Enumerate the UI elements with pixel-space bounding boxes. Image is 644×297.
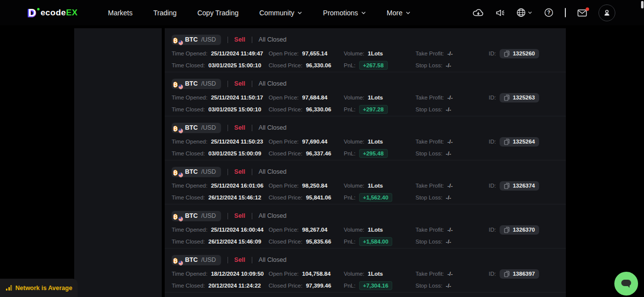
volume-cell: Volume: 1Lots [344,226,415,234]
copy-id-button[interactable]: 1325260 [500,49,540,58]
trade-status: All Closed [259,80,286,87]
scrollbar-thumb[interactable] [641,1,644,8]
header-separator [252,37,252,43]
time-closed-value: 26/12/2024 15:46:09 [208,239,261,245]
time-opened-cell: Time Opened: 25/11/2024 11:50:23 [172,138,269,146]
copy-id-button[interactable]: 1326370 [500,225,540,235]
header-separator [252,257,252,263]
symbol-badge[interactable]: ₿ BTC/USD [172,211,221,221]
brand-logo[interactable]: D ecode EX [28,7,78,18]
nav-item-label: Copy Trading [197,9,238,17]
empty-cell [489,105,566,113]
symbol-badge[interactable]: ₿ BTC/USD [172,79,221,89]
closed-price-cell: Closed Price: 97,399.46 [269,282,344,290]
open-price-cell: Open Price: 97,655.14 [269,50,344,57]
network-status: Network is Average [0,279,78,297]
mail-icon[interactable] [577,9,587,17]
time-closed-value: 03/01/2025 15:00:09 [208,150,261,156]
header-separator [228,169,228,175]
empty-cell [489,61,566,69]
field-label: Stop Loss: [415,106,442,112]
pnl-value-badge: +267.58 [359,61,388,70]
help-icon[interactable]: ? [544,8,553,17]
cloud-download-icon[interactable] [473,8,484,17]
symbol-badge[interactable]: ₿ BTC/USD [172,167,221,177]
nav-item-promotions[interactable]: Promotions [313,0,376,25]
take-profit-value: -/- [448,227,453,233]
field-label: Open Price: [269,227,299,233]
trade-card: ₿ BTC/USD Sell All Closed Time Opened: 2… [165,28,566,72]
open-price-cell: Open Price: 98,267.04 [269,226,344,234]
time-closed-cell: Time Closed: 03/01/2025 15:00:10 [172,61,269,69]
field-label: Stop Loss: [415,150,442,156]
volume-value: 1Lots [368,271,383,277]
field-label: ID: [489,271,496,277]
trade-id-value: 1326374 [513,183,535,189]
time-closed-cell: Time Closed: 20/12/2024 11:24:22 [172,282,269,290]
btc-usd-coin-icon: ₿ [173,36,182,44]
copy-icon [504,271,510,277]
trade-card-fields: Time Opened: 25/11/2024 11:49:47 Open Pr… [172,50,566,69]
user-avatar[interactable] [598,4,615,21]
trade-side: Sell [234,212,245,219]
id-cell: ID: 1325263 [489,94,566,101]
trade-card-header: ₿ BTC/USD Sell All Closed [172,122,566,133]
trade-card: ₿ BTC/USD Sell All Closed Time Opened: 2… [165,204,566,248]
pnl-value-badge: +295.48 [359,149,388,158]
volume-value: 1Lots [368,183,383,189]
field-label: Closed Price: [269,195,302,200]
copy-id-button[interactable]: 1386397 [500,269,540,279]
stop-loss-cell: Stop Loss: -/- [415,282,489,290]
symbol-quote: /USD [201,168,216,175]
nav-item-more[interactable]: More [376,0,421,25]
volume-cell: Volume: 1Lots [344,138,415,146]
symbol-base: BTC [185,168,198,175]
id-cell: ID: 1325264 [489,138,566,146]
trade-side: Sell [234,36,245,43]
volume-value: 1Lots [368,139,383,145]
megaphone-icon[interactable] [495,8,505,17]
id-cell: ID: 1326374 [489,182,566,190]
closed-price-value: 95,841.06 [306,195,331,200]
empty-cell [489,238,566,246]
time-opened-cell: Time Opened: 25/11/2024 11:49:47 [172,50,269,57]
stop-loss-value: -/- [446,150,451,156]
time-opened-value: 25/11/2024 16:00:44 [211,227,263,233]
take-profit-cell: Take Profit: -/- [415,50,489,57]
pnl-value-badge: +7,304.16 [359,281,392,290]
symbol-badge[interactable]: ₿ BTC/USD [172,255,221,265]
copy-id-button[interactable]: 1325263 [500,93,540,102]
header-separator [252,81,252,87]
field-label: Volume: [344,271,365,277]
time-opened-cell: Time Opened: 25/11/2024 11:50:17 [172,94,269,101]
nav-item-community[interactable]: Community [249,0,313,25]
nav-item-trading[interactable]: Trading [143,0,187,25]
trade-status: All Closed [259,36,286,43]
field-label: ID: [489,95,496,100]
pnl-value-badge: +297.28 [359,105,388,114]
open-price-value: 98,267.04 [302,227,327,233]
globe-language-icon[interactable] [516,8,533,17]
field-label: Volume: [344,139,365,145]
trade-card: ₿ BTC/USD Sell All Closed Time Opened: 2… [165,116,566,160]
time-opened-value: 25/11/2024 11:50:17 [211,95,263,100]
symbol-badge[interactable]: ₿ BTC/USD [172,123,221,133]
nav-item-copy-trading[interactable]: Copy Trading [187,0,249,25]
header-separator [252,213,252,219]
take-profit-cell: Take Profit: -/- [415,270,489,278]
field-label: ID: [489,50,496,56]
field-label: Stop Loss: [415,239,442,245]
nav-item-markets[interactable]: Markets [97,0,143,25]
time-opened-cell: Time Opened: 25/11/2024 16:00:44 [172,226,269,234]
copy-id-button[interactable]: 1326374 [500,181,540,191]
live-chat-button[interactable] [614,272,638,296]
open-price-cell: Open Price: 104,758.84 [269,270,344,278]
copy-id-button[interactable]: 1325264 [500,137,540,147]
closed-price-value: 95,835.66 [306,239,331,245]
field-label: Volume: [344,183,365,189]
user-icon [603,9,611,17]
header-separator [228,213,228,219]
field-label: Time Opened: [172,95,207,100]
volume-cell: Volume: 1Lots [344,50,415,57]
symbol-badge[interactable]: ₿ BTC/USD [172,35,221,45]
